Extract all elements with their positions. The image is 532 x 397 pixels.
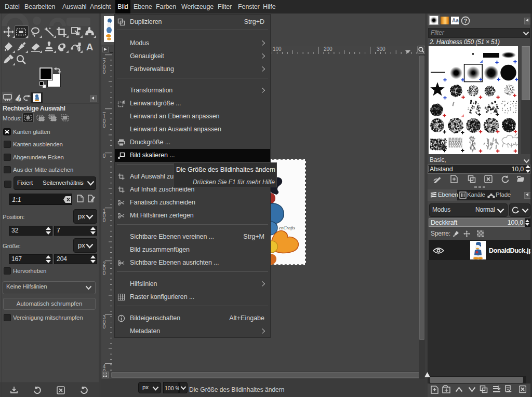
svg-text:enCrafts: enCrafts [279,225,296,230]
svg-text:A: A [86,42,94,52]
svg-text:?: ? [464,18,468,24]
